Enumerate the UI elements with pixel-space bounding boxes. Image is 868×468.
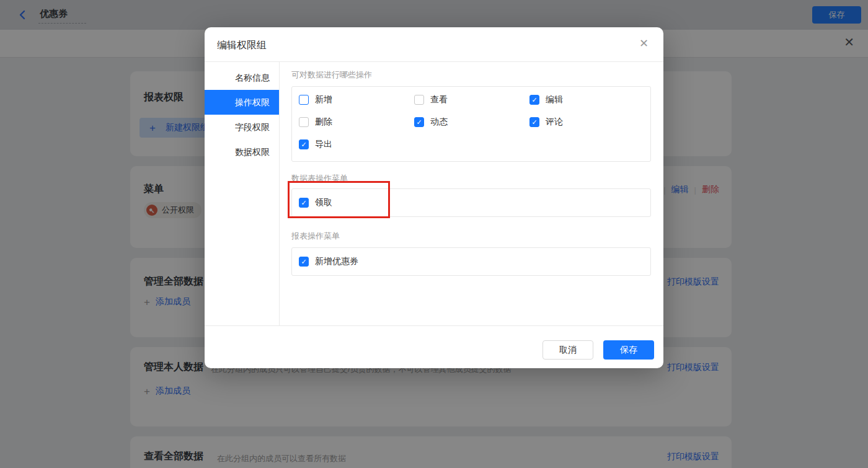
app-window: 优惠券 保存 ✕ 报表权限 设置成员对报表的操作权限 + 新建权限组 菜单 | … [0,0,868,468]
checkbox-option-comment[interactable]: ✓ 评论 [529,117,645,128]
checkbox[interactable]: ✓ [299,139,309,149]
table-menu-box: ✓ 领取 [291,188,651,217]
modal-sidebar: 名称信息 操作权限 字段权限 数据权限 [205,65,279,164]
check-icon: ✓ [301,258,306,265]
report-menu-box: ✓ 新增优惠券 [291,247,651,276]
checkbox[interactable]: ✓ [299,117,309,127]
modal-close-icon[interactable]: ✕ [639,38,649,49]
data-operations-label: 可对数据进行哪些操作 [291,69,651,81]
report-menu-label: 报表操作菜单 [291,231,651,242]
modal-header: 编辑权限组 ✕ [205,27,663,62]
sidebar-divider [279,62,280,325]
checkbox[interactable]: ✓ [529,117,539,127]
check-icon: ✓ [301,141,306,148]
data-operations-box: ✓ 新增 ✓ 查看 ✓ 编辑 ✓ 删除 ✓ 动态 [291,86,651,162]
cancel-button[interactable]: 取消 [542,340,593,360]
checkbox-option-claim[interactable]: ✓ 领取 [299,197,332,208]
table-menu-label: 数据表操作菜单 [291,173,651,184]
checkbox-option-view[interactable]: ✓ 查看 [414,94,529,105]
edit-permission-group-modal: 编辑权限组 ✕ 名称信息 操作权限 字段权限 数据权限 可对数据进行哪些操作 ✓… [205,27,663,368]
checkbox[interactable]: ✓ [414,95,424,105]
check-icon: ✓ [301,200,306,206]
check-icon: ✓ [416,119,422,126]
check-icon: ✓ [531,119,537,126]
checkbox[interactable]: ✓ [414,117,424,127]
tab-data-permission[interactable]: 数据权限 [205,139,279,164]
tab-operation-permission[interactable]: 操作权限 [205,90,279,115]
checkbox-option-activity[interactable]: ✓ 动态 [414,117,529,128]
modal-footer: 取消 保存 [205,325,663,368]
checkbox-option-new-coupon[interactable]: ✓ 新增优惠券 [299,256,358,267]
checkbox[interactable]: ✓ [299,198,309,208]
modal-content: 可对数据进行哪些操作 ✓ 新增 ✓ 查看 ✓ 编辑 ✓ 删除 [291,62,651,276]
modal-title: 编辑权限组 [217,39,267,52]
checkbox-option-delete[interactable]: ✓ 删除 [299,117,414,128]
checkbox-option-edit[interactable]: ✓ 编辑 [529,94,645,105]
checkbox-option-add[interactable]: ✓ 新增 [299,94,414,105]
checkbox-option-export[interactable]: ✓ 导出 [299,139,414,150]
checkbox[interactable]: ✓ [529,95,539,105]
checkbox[interactable]: ✓ [299,257,309,267]
check-icon: ✓ [531,97,537,104]
tab-field-permission[interactable]: 字段权限 [205,115,279,139]
save-button[interactable]: 保存 [603,340,654,360]
checkbox[interactable]: ✓ [299,95,309,105]
tab-name-info[interactable]: 名称信息 [205,65,279,90]
